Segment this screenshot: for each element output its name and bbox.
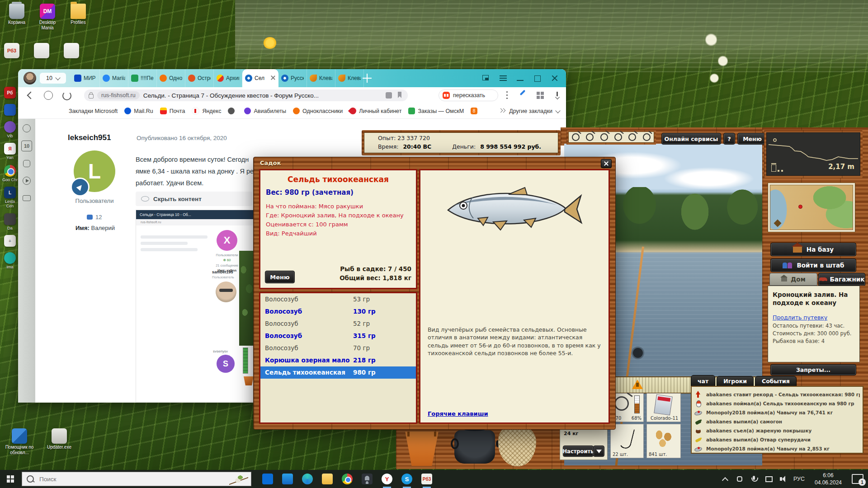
- desktop-icon[interactable]: Помощник по обновл...: [4, 428, 35, 455]
- desktop-icon[interactable]: DM Desktop Mania: [33, 4, 61, 30]
- desktop-icon[interactable]: Корзина: [3, 4, 31, 30]
- browser-tab[interactable]: Однок: [157, 69, 185, 87]
- bookmark-item[interactable]: Яндекс: [192, 107, 221, 115]
- reel-icon[interactable]: [628, 133, 636, 141]
- notifications-icon[interactable]: 1: [852, 474, 863, 484]
- pip-icon[interactable]: [477, 69, 495, 87]
- browser-tab[interactable]: МИР Т: [71, 69, 100, 87]
- volume-icon[interactable]: [779, 475, 787, 483]
- taskbar-app-yandex[interactable]: Y: [377, 470, 397, 488]
- comments-icon[interactable]: [385, 92, 392, 99]
- desktop-icon[interactable]: Updater.exe: [43, 428, 75, 455]
- chat-tab[interactable]: Игроки: [717, 376, 754, 386]
- search-input[interactable]: [38, 475, 246, 483]
- taskbar-app-skype[interactable]: S: [397, 470, 417, 488]
- reel-icon[interactable]: [572, 133, 580, 141]
- bookmark-item[interactable]: Одноклассники: [293, 108, 343, 114]
- yandex-home-icon[interactable]: [42, 89, 54, 101]
- taskbar-app-store[interactable]: [258, 470, 278, 488]
- reload-icon[interactable]: [61, 89, 72, 101]
- browser-tab[interactable]: Клева: [335, 69, 364, 87]
- taskbar-app-chrome[interactable]: [337, 470, 357, 488]
- tab-home[interactable]: Дом: [769, 273, 817, 286]
- fish-list-row[interactable]: Волосозуб 70 гр: [260, 342, 416, 354]
- fish-list-row[interactable]: Волосозуб 130 гр: [260, 305, 416, 318]
- dropdown-button[interactable]: [593, 446, 604, 457]
- pot-icon[interactable]: [454, 430, 495, 464]
- bookmark-item[interactable]: Личный кабинет: [349, 108, 401, 114]
- network-icon[interactable]: [764, 475, 773, 483]
- bookmark-item[interactable]: Заказы — ОмскМ: [408, 108, 464, 114]
- desktop-icon[interactable]: Goo Chr: [1, 165, 19, 182]
- help-button[interactable]: ?: [723, 133, 735, 145]
- desktop-icon[interactable]: +: [1, 235, 19, 248]
- taskbar-app-edge[interactable]: [297, 470, 317, 488]
- desktop-icon[interactable]: Я Yan: [1, 143, 19, 160]
- close-icon[interactable]: [546, 69, 563, 87]
- desktop-icon[interactable]: Vib: [1, 121, 19, 138]
- fish-list-row[interactable]: Корюшка озерная мало... 218 гр: [260, 354, 416, 366]
- taskbar-app-mail[interactable]: [278, 470, 297, 488]
- online-services-button[interactable]: Онлайн сервисы: [661, 133, 721, 145]
- reel-icon[interactable]: [586, 133, 594, 141]
- more-options-icon[interactable]: [501, 89, 513, 101]
- renew-permit-link[interactable]: Продлить путевку: [773, 314, 827, 321]
- address-bar[interactable]: rus-fishsoft.ru Сельди. - Страница 7 - О…: [84, 89, 408, 101]
- tab-counter[interactable]: 10: [40, 73, 66, 84]
- tray-app-icon[interactable]: [736, 475, 744, 483]
- chat-tab[interactable]: События: [755, 376, 797, 386]
- tabs-count-icon[interactable]: 10: [21, 141, 32, 151]
- address-domain[interactable]: rus-fishsoft.ru: [97, 91, 140, 99]
- profile-avatar[interactable]: [24, 72, 36, 84]
- fish-list-row[interactable]: Сельдь тихоокеанская 980 гр: [260, 366, 416, 379]
- microphone-icon[interactable]: [750, 475, 758, 483]
- desktop-icon[interactable]: Рб3: [3, 43, 21, 59]
- browser-tab[interactable]: Клева: [307, 69, 335, 87]
- minimize-icon[interactable]: [512, 69, 529, 87]
- back-icon[interactable]: [24, 89, 36, 101]
- game-menu-button[interactable]: Меню: [737, 133, 767, 145]
- bookmark-item[interactable]: [228, 108, 237, 114]
- bans-button[interactable]: Запреты...: [770, 364, 856, 375]
- bookmarks-more[interactable]: Другие закладки: [499, 103, 560, 119]
- enter-hq-button[interactable]: Войти в штаб: [770, 258, 856, 272]
- downloads-icon[interactable]: [552, 89, 563, 101]
- desktop-icon[interactable]: Profiles: [64, 4, 92, 30]
- fish-list-row[interactable]: Волосозуб 315 гр: [260, 330, 416, 342]
- bookmark-flag-icon[interactable]: [396, 92, 403, 99]
- desktop-icon[interactable]: Da: [1, 213, 19, 230]
- chat-tab[interactable]: чат: [691, 375, 715, 387]
- desktop-icon[interactable]: [1, 104, 19, 117]
- browser-tab[interactable]: Mariia: [100, 69, 128, 87]
- bait-slot[interactable]: 841 шт.: [646, 424, 681, 458]
- reel-icon[interactable]: [614, 133, 622, 141]
- bookmark-item[interactable]: Закладки Microsoft: [69, 108, 118, 114]
- taskbar-search[interactable]: [22, 472, 251, 486]
- desktop-icon[interactable]: Рб: [1, 87, 19, 99]
- browser-menu-icon[interactable]: [495, 69, 512, 87]
- browser-tab[interactable]: Сел: [242, 69, 278, 87]
- taskbar-app-explorer[interactable]: [317, 470, 337, 488]
- extensions-icon[interactable]: [534, 89, 546, 101]
- rod-slots-panel[interactable]: [566, 130, 656, 145]
- retell-button[interactable]: пересказать: [439, 89, 498, 101]
- line-slot[interactable]: Colorado-11: [646, 393, 681, 422]
- bookmark-item[interactable]: Почта: [160, 108, 185, 114]
- reel-icon[interactable]: [600, 133, 608, 141]
- screenshot-icon[interactable]: [22, 193, 32, 203]
- desktop-icon[interactable]: [33, 43, 51, 59]
- desktop-icon[interactable]: [62, 43, 80, 59]
- start-button[interactable]: [0, 470, 22, 488]
- media-icon[interactable]: [22, 176, 32, 186]
- dialog-menu-button[interactable]: Меню: [265, 271, 295, 283]
- new-tab-button[interactable]: [362, 73, 373, 84]
- embedded-screenshot[interactable]: Сельди - Страница 10 - Об... rus-fishsof…: [136, 210, 254, 402]
- desktop-icon[interactable]: L Lesta Cen: [1, 187, 19, 209]
- minimap[interactable]: [768, 183, 855, 232]
- browser-tab[interactable]: Русск: [278, 69, 307, 87]
- fish-list-row[interactable]: Волосозуб 53 гр: [260, 293, 416, 305]
- taskbar-app-agent[interactable]: [357, 470, 377, 488]
- hotkeys-link[interactable]: Горячие клавиши: [428, 410, 488, 417]
- hide-content-button[interactable]: Скрыть контент: [136, 192, 252, 206]
- history-icon[interactable]: [22, 123, 32, 133]
